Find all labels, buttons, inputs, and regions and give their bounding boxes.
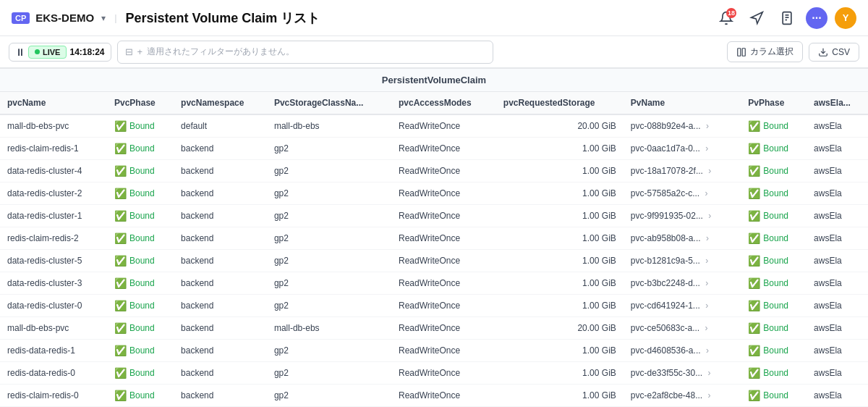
table-row: mall-db-ebs-pvc✅Boundbackendmall-db-ebsR… bbox=[0, 317, 868, 340]
pvphase-label: Bound bbox=[763, 256, 788, 266]
cell-pvcname: data-redis-cluster-3 bbox=[0, 272, 107, 295]
column-header-pvphase: PvPhase bbox=[741, 92, 807, 115]
csv-label: CSV bbox=[832, 47, 850, 57]
cp-badge: CP bbox=[12, 12, 30, 24]
pvc-table: PersistentVolumeClaim pvcNamePvcPhasepvc… bbox=[0, 68, 868, 407]
cell-pvphase: ✅Bound bbox=[741, 160, 807, 182]
table-column-headers: pvcNamePvcPhasepvcNamespacePvcStorageCla… bbox=[0, 92, 868, 115]
cell-storage: 1.00 GiB bbox=[496, 362, 624, 385]
live-badge: LIVE bbox=[28, 46, 67, 59]
chevron-icon[interactable]: › bbox=[705, 211, 714, 221]
phase-label: Bound bbox=[129, 301, 155, 311]
pvphase-label: Bound bbox=[763, 233, 788, 243]
cell-pvcname: data-redis-cluster-4 bbox=[0, 160, 107, 182]
cell-storageclass: gp2 bbox=[267, 340, 391, 362]
chevron-icon[interactable]: › bbox=[702, 188, 711, 198]
check-circle-icon: ✅ bbox=[114, 143, 127, 154]
chevron-icon[interactable]: › bbox=[703, 345, 712, 356]
cell-awsela: awsEla bbox=[807, 362, 868, 385]
pvphase-label: Bound bbox=[763, 121, 788, 131]
chevron-icon[interactable]: › bbox=[705, 390, 714, 400]
table-row: data-redis-cluster-2✅Boundbackendgp2Read… bbox=[0, 182, 868, 205]
column-header-pvcstorageclassna: PvcStorageClassNa... bbox=[267, 92, 391, 115]
notification-button[interactable]: 18 bbox=[715, 7, 738, 30]
live-label: LIVE bbox=[43, 48, 60, 56]
pvphase-label: Bound bbox=[763, 301, 788, 311]
cell-namespace: default bbox=[174, 114, 267, 138]
cell-pvphase: ✅Bound bbox=[741, 138, 807, 160]
cluster-dropdown-icon[interactable]: ▾ bbox=[101, 13, 106, 23]
phase-label: Bound bbox=[129, 323, 155, 333]
cell-pvcname: mall-db-ebs-pvc bbox=[0, 114, 107, 138]
check-circle-icon: ✅ bbox=[748, 277, 760, 289]
column-header-pvcnamespace: pvcNamespace bbox=[174, 92, 267, 115]
cell-pvcphase: ✅Bound bbox=[107, 340, 174, 362]
chevron-icon[interactable]: › bbox=[702, 323, 711, 333]
cell-accessmodes: ReadWriteOnce bbox=[391, 340, 496, 362]
cell-accessmodes: ReadWriteOnce bbox=[391, 362, 496, 385]
live-dot bbox=[35, 49, 40, 54]
chevron-icon[interactable]: › bbox=[702, 301, 711, 311]
announcement-button[interactable] bbox=[745, 7, 768, 30]
check-circle-icon: ✅ bbox=[114, 322, 127, 334]
cell-pvname: pvc-088b92e4-a... › bbox=[624, 114, 741, 138]
check-circle-icon: ✅ bbox=[748, 345, 760, 356]
check-circle-icon: ✅ bbox=[748, 165, 760, 177]
csv-export-button[interactable]: CSV bbox=[809, 43, 859, 62]
cell-pvcphase: ✅Bound bbox=[107, 160, 174, 182]
cell-pvname: pvc-cd641924-1... › bbox=[624, 295, 741, 317]
cluster-name: EKS-DEMO bbox=[35, 12, 94, 24]
phase-label: Bound bbox=[129, 211, 155, 221]
pvphase-label: Bound bbox=[763, 390, 788, 400]
pvname-text: pvc-57585a2c-c... bbox=[631, 188, 699, 198]
table-group-header: PersistentVolumeClaim bbox=[0, 69, 868, 92]
chevron-icon[interactable]: › bbox=[703, 233, 712, 243]
cell-pvname: pvc-de33f55c-30... › bbox=[624, 362, 741, 385]
toolbar: ⏸ LIVE 14:18:24 ⊟ + 適用されたフィルターがありません。 カラ… bbox=[0, 36, 868, 68]
column-header-pvname: PvName bbox=[624, 92, 741, 115]
table-wrapper: PersistentVolumeClaim pvcNamePvcPhasepvc… bbox=[0, 68, 868, 407]
cell-pvphase: ✅Bound bbox=[741, 227, 807, 250]
cell-awsela: awsEla bbox=[807, 160, 868, 182]
cell-namespace: backend bbox=[174, 295, 267, 317]
column-select-button[interactable]: カラム選択 bbox=[727, 41, 803, 62]
cell-pvname: pvc-57585a2c-c... › bbox=[624, 182, 741, 205]
pvname-text: pvc-de33f55c-30... bbox=[631, 368, 702, 378]
live-control[interactable]: ⏸ LIVE 14:18:24 bbox=[9, 43, 111, 62]
chevron-icon[interactable]: › bbox=[702, 256, 711, 266]
cell-awsela: awsEla bbox=[807, 385, 868, 407]
cell-namespace: backend bbox=[174, 205, 267, 227]
cell-pvphase: ✅Bound bbox=[741, 205, 807, 227]
header: CP EKS-DEMO ▾ | Persistent Volume Claim … bbox=[0, 0, 868, 36]
cell-namespace: backend bbox=[174, 385, 267, 407]
pvname-text: pvc-0aac1d7a-0... bbox=[631, 143, 700, 154]
check-circle-icon: ✅ bbox=[748, 232, 760, 244]
chevron-icon[interactable]: › bbox=[702, 143, 711, 154]
table-row: redis-data-redis-0✅Boundbackendgp2ReadWr… bbox=[0, 362, 868, 385]
cell-storage: 20.00 GiB bbox=[496, 317, 624, 340]
chevron-icon[interactable]: › bbox=[702, 278, 711, 288]
phase-label: Bound bbox=[129, 166, 155, 176]
chevron-icon[interactable]: › bbox=[705, 166, 714, 176]
pvphase-label: Bound bbox=[763, 323, 788, 333]
pvname-text: pvc-088b92e4-a... bbox=[631, 121, 701, 131]
phase-label: Bound bbox=[129, 121, 155, 131]
cell-pvcphase: ✅Bound bbox=[107, 362, 174, 385]
avatar[interactable]: Y bbox=[835, 7, 856, 29]
table-row: redis-data-redis-1✅Boundbackendgp2ReadWr… bbox=[0, 340, 868, 362]
cell-pvname: pvc-9f991935-02... › bbox=[624, 205, 741, 227]
download-icon bbox=[818, 47, 828, 57]
more-button[interactable]: ··· bbox=[806, 7, 827, 29]
check-circle-icon: ✅ bbox=[114, 367, 127, 379]
cell-pvcname: redis-claim-redis-2 bbox=[0, 227, 107, 250]
chevron-icon[interactable]: › bbox=[703, 121, 712, 131]
pause-icon: ⏸ bbox=[15, 46, 25, 58]
header-left: CP EKS-DEMO ▾ | Persistent Volume Claim … bbox=[12, 9, 320, 27]
docs-button[interactable] bbox=[775, 7, 799, 30]
filter-bar[interactable]: ⊟ + 適用されたフィルターがありません。 bbox=[117, 41, 493, 64]
cell-storageclass: gp2 bbox=[267, 362, 391, 385]
cell-pvcname: redis-data-redis-0 bbox=[0, 362, 107, 385]
cell-namespace: backend bbox=[174, 317, 267, 340]
chevron-icon[interactable]: › bbox=[705, 368, 714, 378]
pvname-text: pvc-b3bc2248-d... bbox=[631, 278, 700, 288]
